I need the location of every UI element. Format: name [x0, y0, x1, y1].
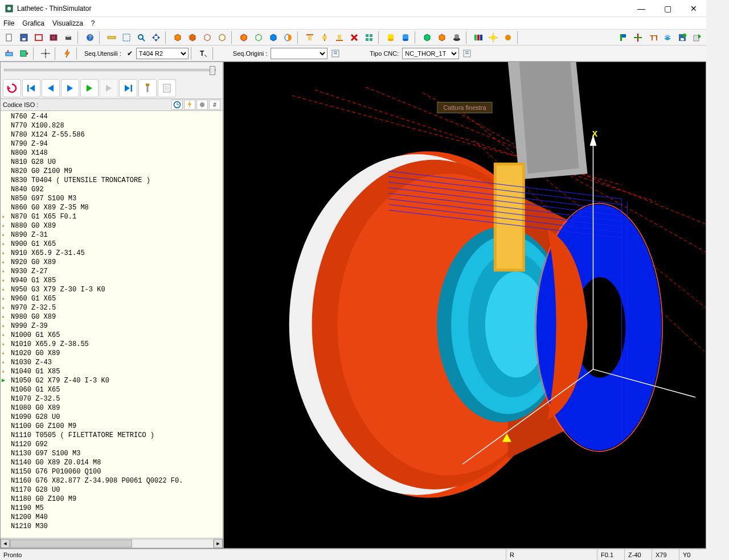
cube-blue-icon[interactable] [267, 31, 280, 44]
center-icon[interactable] [39, 47, 52, 60]
last-button[interactable] [119, 79, 137, 97]
tool-button[interactable] [138, 79, 157, 97]
export-icon[interactable] [690, 31, 704, 44]
code-line[interactable]: N870 G1 X65 F0.1 [1, 212, 223, 221]
scroll-thumb[interactable] [10, 540, 132, 547]
code-line[interactable]: N1050 G2 X79 Z-40 I-3 K0 [1, 376, 223, 385]
cube-wire-icon[interactable] [252, 31, 265, 44]
code-line[interactable]: N1110 T0505 ( FILETTATORE METRICO ) [1, 431, 223, 440]
clock-icon[interactable] [171, 100, 183, 110]
first-button[interactable] [22, 79, 40, 97]
code-line[interactable]: N900 G1 X65 [1, 240, 223, 249]
code-line[interactable]: N1160 G76 X82.877 Z-34.908 P0061 Q0022 F… [1, 476, 223, 485]
bolt2-icon[interactable] [184, 100, 195, 110]
maximize-button[interactable]: ▢ [660, 4, 675, 13]
cube1-icon[interactable] [171, 31, 185, 44]
code-line[interactable]: N880 G0 X89 [1, 221, 223, 230]
flag-icon[interactable] [616, 31, 630, 44]
zoom-icon[interactable] [134, 31, 148, 44]
cyl-y-icon[interactable] [384, 31, 398, 44]
select-rect-icon[interactable] [120, 31, 133, 44]
code-line[interactable]: N1140 G0 X89 Z0.014 M8 [1, 458, 223, 467]
code-line[interactable]: N1150 G76 P010060 Q100 [1, 467, 223, 476]
fit-icon[interactable] [149, 31, 163, 44]
code-line[interactable]: N790 Z-94 [1, 139, 223, 149]
code-line[interactable]: N840 G92 [1, 185, 223, 194]
cube-g-icon[interactable] [420, 31, 434, 44]
colors-icon[interactable] [472, 31, 485, 44]
code-line[interactable]: N910 X65.9 Z-31.45 [1, 249, 223, 258]
cross-icon[interactable] [631, 31, 645, 44]
box-blue-icon[interactable] [47, 31, 60, 44]
code-line[interactable]: N970 Z-32.5 [1, 303, 223, 312]
code-line[interactable]: N1210 M30 [1, 522, 223, 531]
speed-slider[interactable] [4, 69, 216, 71]
next-button[interactable] [61, 79, 79, 97]
code-line[interactable]: N860 G0 X89 Z-35 M8 [1, 203, 223, 212]
code-line[interactable]: N1100 G0 Z100 M9 [1, 422, 223, 431]
box-red-icon[interactable] [32, 31, 46, 44]
align-bot-icon[interactable] [333, 31, 346, 44]
doc-button[interactable] [158, 79, 176, 97]
reset-button[interactable] [3, 79, 21, 97]
scroll-track[interactable] [10, 539, 214, 548]
record-icon[interactable] [196, 100, 208, 110]
prev-button[interactable] [42, 79, 60, 97]
layers-icon[interactable] [661, 31, 674, 44]
code-line[interactable]: N820 G0 Z100 M9 [1, 167, 223, 176]
code-line[interactable]: N1200 M40 [1, 513, 223, 522]
slider-thumb[interactable] [210, 66, 215, 75]
print-icon[interactable] [62, 31, 75, 44]
code-line[interactable]: N1080 G0 X89 [1, 403, 223, 413]
code-line[interactable]: N930 Z-27 [1, 267, 223, 276]
code-line[interactable]: N800 X148 [1, 149, 223, 158]
code-line[interactable]: N940 G1 X85 [1, 276, 223, 285]
cube2-icon[interactable] [186, 31, 199, 44]
capture-window-button[interactable]: Cattura finestra [437, 102, 492, 113]
save2-icon[interactable] [675, 31, 689, 44]
menu-help[interactable]: ? [91, 19, 95, 27]
tool-select[interactable]: T404 R2 [136, 48, 189, 59]
code-line[interactable]: N1070 Z-32.5 [1, 394, 223, 403]
delete-icon[interactable] [347, 31, 361, 44]
menu-file[interactable]: File [3, 19, 14, 27]
cube3-icon[interactable] [200, 31, 214, 44]
origin-edit-icon[interactable] [329, 47, 342, 60]
code-line[interactable]: N760 Z-44 [1, 112, 223, 121]
close-button[interactable]: ✕ [686, 4, 702, 13]
code-line[interactable]: N1090 G28 U0 [1, 413, 223, 422]
code-line[interactable]: N770 X100.828 [1, 121, 223, 130]
code-line[interactable]: N1130 G97 S100 M3 [1, 449, 223, 458]
code-list[interactable]: N760 Z-44N770 X100.828N780 X124 Z-55.586… [1, 111, 223, 538]
code-line[interactable]: N1040 G1 X85 [1, 367, 223, 376]
cube-o-icon[interactable] [435, 31, 449, 44]
code-line[interactable]: N1020 G0 X89 [1, 349, 223, 358]
save-icon[interactable] [17, 31, 31, 44]
bolt-icon[interactable] [60, 47, 74, 60]
code-line[interactable]: N1010 X65.9 Z-38.55 [1, 340, 223, 349]
cnc-edit-icon[interactable] [460, 47, 474, 60]
grid-icon[interactable] [362, 31, 376, 44]
code-line[interactable]: N1120 G92 [1, 440, 223, 449]
machine2-icon[interactable] [17, 47, 31, 60]
minimize-button[interactable]: — [633, 4, 649, 13]
machine1-icon[interactable] [2, 47, 16, 60]
code-line[interactable]: N980 G0 X89 [1, 312, 223, 322]
cube4-icon[interactable] [215, 31, 229, 44]
half-icon[interactable] [281, 31, 295, 44]
code-line[interactable]: N960 G1 X65 [1, 294, 223, 303]
code-hscroll[interactable]: ◄ ► [1, 538, 223, 548]
code-line[interactable]: N1170 G28 U0 [1, 485, 223, 495]
help-icon[interactable]: ? [83, 31, 97, 44]
code-line[interactable]: N950 G3 X79 Z-30 I-3 K0 [1, 285, 223, 294]
hash-icon[interactable]: # [209, 100, 220, 110]
code-line[interactable]: N780 X124 Z-55.586 [1, 130, 223, 139]
code-line[interactable]: N1000 G1 X65 [1, 331, 223, 340]
code-line[interactable]: N810 G28 U0 [1, 158, 223, 167]
code-line[interactable]: N850 G97 S100 M3 [1, 194, 223, 203]
text-icon[interactable]: TT [646, 31, 660, 44]
scroll-left-icon[interactable]: ◄ [1, 539, 10, 548]
new-icon[interactable] [2, 31, 16, 44]
origin-select[interactable] [271, 48, 327, 59]
code-line[interactable]: N890 Z-31 [1, 230, 223, 240]
